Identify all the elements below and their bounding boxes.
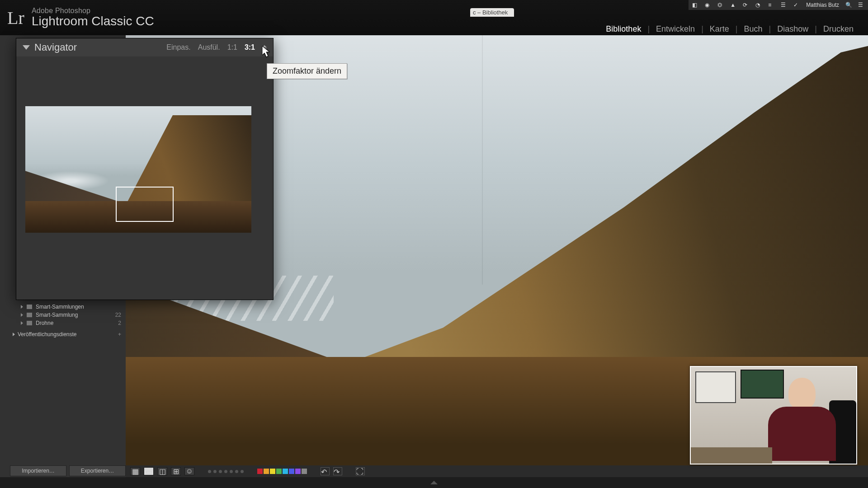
survey-view-button[interactable]: ⊞ (171, 467, 181, 475)
menu-extra-icon[interactable]: ◉ (705, 2, 711, 8)
color-swatch[interactable] (283, 469, 288, 474)
expand-arrow-icon[interactable] (13, 333, 15, 336)
expand-arrow-icon[interactable] (21, 305, 23, 309)
color-swatch[interactable] (289, 469, 294, 474)
menu-extra-icon[interactable]: ☰ (781, 2, 787, 8)
menu-icon[interactable]: ☰ (858, 2, 864, 8)
import-button[interactable]: Importieren… (10, 465, 66, 476)
toolbar-extra-button[interactable]: ⛶ (356, 467, 365, 475)
tooltip: Zoomfaktor ändern (267, 63, 347, 79)
module-bibliothek[interactable]: Bibliothek (599, 24, 647, 34)
smart-collection-icon (27, 305, 32, 309)
backup-icon[interactable]: ◔ (755, 2, 762, 8)
webcam-overlay (690, 366, 857, 465)
filmstrip-toggle[interactable] (0, 477, 868, 488)
collection-count: 22 (115, 312, 126, 318)
color-swatch[interactable] (302, 469, 307, 474)
collection-icon (27, 321, 32, 325)
color-swatch[interactable] (295, 469, 301, 474)
image-stitch-seam (482, 35, 483, 285)
compare-view-button[interactable]: ◫ (157, 467, 167, 475)
module-entwickeln[interactable]: Entwickeln (650, 24, 701, 34)
menu-extra-icon[interactable]: ⏣ (717, 2, 724, 8)
collection-row[interactable]: Smart-Sammlungen (10, 303, 126, 311)
library-toolbar: ▦ ▭ ◫ ⊞ ☺ ↶ ↷ ⛶ (126, 465, 868, 477)
menu-extra-icon[interactable]: ◧ (692, 2, 698, 8)
zoom-options: Einpas. Ausfül. 1:1 3:1 (166, 43, 267, 52)
rating-dots[interactable] (208, 470, 244, 473)
publish-services-header[interactable]: Veröffentlichungsdienste + (10, 330, 126, 339)
collection-count: 2 (118, 320, 126, 326)
expand-arrow-icon[interactable] (21, 313, 23, 317)
color-swatch[interactable] (264, 469, 269, 474)
sync-icon[interactable]: ⟳ (743, 2, 749, 8)
rotate-ccw-button[interactable]: ↶ (321, 467, 330, 475)
menu-extra-icon[interactable]: ✓ (793, 2, 800, 8)
smart-collection-icon (27, 313, 32, 317)
publish-services-label: Veröffentlichungsdienste (18, 331, 77, 338)
app-logo: Lr (0, 7, 32, 28)
zoom-fit[interactable]: Einpas. (166, 43, 190, 52)
expand-arrow-icon[interactable] (21, 321, 23, 325)
module-karte[interactable]: Karte (703, 24, 736, 34)
color-swatch[interactable] (270, 469, 275, 474)
color-swatch[interactable] (257, 469, 263, 474)
desk (691, 447, 772, 464)
cursor-icon (262, 46, 271, 58)
flame-icon[interactable]: ▲ (730, 2, 736, 8)
mac-user-name[interactable]: Matthias Butz (806, 2, 839, 8)
collection-label: Smart-Sammlungen (36, 304, 84, 310)
zoom-1to1[interactable]: 1:1 (227, 43, 237, 52)
window-title-hint: c – Bibliothek (470, 8, 514, 17)
navigator-header[interactable]: Navigator Einpas. Ausfül. 1:1 3:1 (16, 38, 273, 56)
navigator-thumbnail[interactable] (25, 106, 251, 233)
module-drucken[interactable]: Drucken (817, 24, 860, 34)
grid-view-button[interactable]: ▦ (130, 467, 140, 475)
search-icon[interactable]: 🔍 (845, 2, 852, 8)
chevron-up-icon (430, 481, 438, 484)
collection-row[interactable]: Drohne 2 (10, 319, 126, 327)
loupe-view-button[interactable]: ▭ (144, 467, 154, 475)
color-label-swatches[interactable] (257, 469, 307, 474)
presenter (766, 378, 838, 464)
navigator-title: Navigator (34, 42, 166, 53)
export-button[interactable]: Exportieren… (69, 465, 126, 476)
collection-label: Smart-Sammlung (36, 312, 78, 318)
import-export-bar: Importieren… Exportieren… (10, 465, 126, 476)
collapse-triangle-icon[interactable] (23, 45, 30, 50)
wall-frame (695, 371, 736, 403)
module-picker: Bibliothek| Entwickeln| Karte| Buch| Dia… (599, 24, 860, 34)
app-name: Lightroom Classic CC (32, 14, 154, 28)
mac-menu-bar: ◧ ◉ ⏣ ▲ ⟳ ◔ ≡ ☰ ✓ Matthias Butz 🔍 ☰ (689, 0, 868, 10)
zoom-fill[interactable]: Ausfül. (198, 43, 220, 52)
navigator-crop-frame[interactable] (116, 187, 174, 222)
svg-marker-0 (262, 46, 269, 57)
collection-row[interactable]: Smart-Sammlung 22 (10, 311, 126, 319)
module-diashow[interactable]: Diashow (771, 24, 815, 34)
add-publish-service-button[interactable]: + (118, 331, 126, 338)
rotate-cw-button[interactable]: ↷ (333, 467, 342, 475)
zoom-ratio[interactable]: 3:1 (245, 43, 255, 52)
people-view-button[interactable]: ☺ (184, 467, 194, 475)
collection-label: Drohne (36, 320, 53, 326)
menu-extra-icon[interactable]: ≡ (768, 2, 774, 8)
module-buch[interactable]: Buch (738, 24, 769, 34)
navigator-panel: Navigator Einpas. Ausfül. 1:1 3:1 (16, 38, 274, 300)
app-title-block: Adobe Photoshop Lightroom Classic CC (32, 7, 154, 28)
app-logo-glyph: Lr (7, 7, 24, 28)
color-swatch[interactable] (276, 469, 282, 474)
collections-list: Smart-Sammlungen Smart-Sammlung 22 Drohn… (10, 303, 126, 339)
